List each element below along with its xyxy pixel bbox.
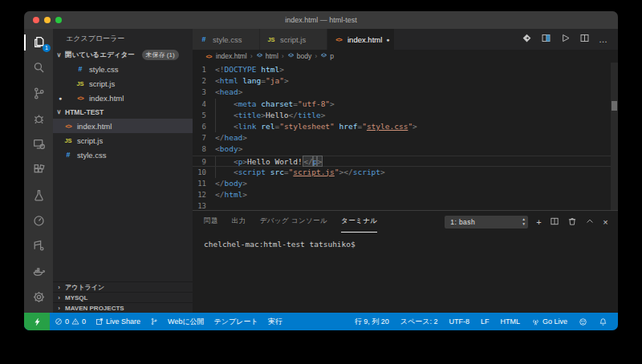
go-live-button[interactable]: Go Live (526, 313, 573, 330)
code-line[interactable]: 4 <meta charset="utf-8"> (193, 99, 618, 110)
new-terminal-icon[interactable]: + (536, 217, 542, 227)
live-share-button[interactable]: Live Share (91, 313, 145, 330)
source-control-icon[interactable] (28, 85, 49, 101)
session-branch-icon[interactable] (145, 313, 163, 330)
tab-debug-console[interactable]: デバッグ コンソール (260, 211, 327, 233)
vscode-window: index.html — html-test 1 (24, 11, 618, 330)
code-line[interactable]: 13 (193, 200, 618, 210)
eol-setting[interactable]: LF (475, 313, 495, 330)
search-icon[interactable] (28, 60, 49, 76)
outline-section[interactable]: › アウトライン (53, 281, 193, 292)
tab-style-css[interactable]: # style.css (193, 29, 260, 50)
error-count: 0 (65, 317, 69, 326)
remote-explorer-icon[interactable] (28, 136, 49, 152)
line-number: 4 (193, 99, 215, 110)
editor-scrollbar[interactable] (611, 63, 618, 210)
breadcrumb-body[interactable]: body (297, 52, 311, 60)
code-line[interactable]: 7</head> (193, 132, 618, 144)
mysql-section[interactable]: › MYSQL (53, 292, 193, 302)
breadcrumb-p[interactable]: p (330, 52, 334, 60)
cursor-position[interactable]: 行 9, 列 20 (349, 313, 395, 330)
title-bar[interactable]: index.html — html-test (24, 11, 618, 29)
tab-terminal[interactable]: ターミナル (341, 211, 377, 233)
split-editor-icon[interactable] (579, 32, 590, 47)
tab-output[interactable]: 出力 (232, 211, 246, 233)
feed-icon[interactable] (28, 238, 49, 254)
line-number: 7 (193, 132, 215, 144)
code-lines: 1<!DOCTYPE html>2<html lang="ja">3<head>… (193, 64, 618, 210)
tab-label: style.css (213, 35, 242, 44)
open-editors-header[interactable]: ∨ 開いているエディター 未保存 (1) (53, 48, 193, 62)
code-line[interactable]: 3<head> (193, 87, 618, 98)
tab-problems[interactable]: 問題 (204, 211, 218, 233)
symbol-icon (256, 52, 263, 61)
file-label: index.html (89, 94, 124, 103)
open-editor-script-js[interactable]: JS script.js (53, 76, 193, 91)
code-line[interactable]: 11</body> (193, 178, 618, 189)
breadcrumb-file[interactable]: index.html (216, 52, 247, 60)
publish-web-button[interactable]: Webに公開 (163, 313, 209, 330)
file-label: style.css (77, 151, 106, 160)
code-area[interactable]: 1<!DOCTYPE html>2<html lang="ja">3<head>… (193, 63, 618, 210)
folder-header[interactable]: ∨ HTML-TEST (53, 105, 193, 119)
encoding-setting[interactable]: UTF-8 (443, 313, 475, 330)
line-number: 3 (193, 87, 215, 98)
template-label: テンプレート (214, 317, 258, 327)
code-line[interactable]: 9 <p>Hello World!</p> (193, 156, 618, 167)
close-panel-icon[interactable]: × (603, 217, 608, 227)
tab-index-html[interactable]: <> index.html ● (327, 29, 395, 50)
docker-icon[interactable] (28, 264, 49, 280)
file-label: index.html (77, 122, 112, 131)
tree-item-index-html[interactable]: <> index.html (53, 119, 193, 133)
language-mode[interactable]: HTML (494, 313, 526, 330)
screen: index.html — html-test 1 (0, 0, 642, 364)
tree-item-style-css[interactable]: # style.css (53, 148, 193, 162)
debug-icon[interactable] (28, 111, 49, 127)
close-window-button[interactable] (33, 17, 39, 23)
problems-status[interactable]: 0 0 (50, 313, 91, 330)
code-line[interactable]: 6 <link rel="stylesheet" href="style.css… (193, 121, 618, 132)
window-title: index.html — html-test (285, 16, 357, 24)
line-number: 2 (193, 75, 215, 87)
section-label: アウトライン (65, 283, 104, 292)
open-editor-style-css[interactable]: # style.css (53, 62, 193, 76)
kill-terminal-trash-icon[interactable] (567, 216, 577, 228)
terminal-shell-select[interactable]: 1: bash ▴▾ (445, 216, 528, 229)
template-button[interactable]: テンプレート (209, 313, 263, 330)
notifications-bell-icon[interactable] (593, 313, 613, 330)
clock-icon[interactable] (28, 212, 49, 229)
file-label: style.css (89, 65, 118, 74)
explorer-icon[interactable]: 1 (28, 34, 49, 51)
breadcrumbs[interactable]: <> index.html › html › body › (193, 50, 618, 63)
maven-projects-section[interactable]: › MAVEN PROJECTS (53, 302, 193, 313)
open-editor-index-html[interactable]: ● <> index.html (53, 91, 193, 105)
code-line[interactable]: 10 <script src="script.js"></script> (193, 167, 618, 178)
settings-gear-icon[interactable] (28, 289, 49, 305)
zoom-window-button[interactable] (55, 17, 62, 23)
code-line[interactable]: 1<!DOCTYPE html> (193, 64, 618, 75)
run-icon[interactable] (560, 32, 571, 47)
tab-script-js[interactable]: JS script.js (260, 29, 327, 50)
open-preview-icon[interactable] (541, 32, 551, 47)
tree-item-script-js[interactable]: JS script.js (53, 133, 193, 148)
indentation-setting[interactable]: スペース: 2 (395, 313, 444, 330)
warning-count: 0 (82, 317, 86, 326)
split-terminal-icon[interactable] (550, 216, 559, 228)
more-actions-icon[interactable]: … (599, 34, 608, 44)
live-preview-diamond-icon[interactable] (522, 32, 532, 47)
code-line[interactable]: 2<html lang="ja"> (193, 75, 618, 87)
maximize-panel-icon[interactable] (585, 216, 595, 228)
feedback-smiley-icon[interactable] (573, 313, 593, 330)
line-number: 11 (193, 178, 215, 189)
minimize-window-button[interactable] (44, 17, 51, 23)
breadcrumb-html[interactable]: html (266, 52, 278, 60)
run-button[interactable]: 実行 (263, 313, 287, 330)
unsaved-badge: 未保存 (1) (142, 50, 179, 60)
extensions-icon[interactable] (28, 162, 49, 178)
remote-indicator[interactable] (24, 313, 50, 330)
code-line[interactable]: 12</html> (193, 189, 618, 200)
test-beaker-icon[interactable] (28, 187, 49, 203)
code-line[interactable]: 8<body> (193, 144, 618, 155)
code-line[interactable]: 5 <title>Hello</title> (193, 110, 618, 121)
terminal-output[interactable]: chelchel-mac:html-test tatsuhiko$ (193, 233, 618, 313)
